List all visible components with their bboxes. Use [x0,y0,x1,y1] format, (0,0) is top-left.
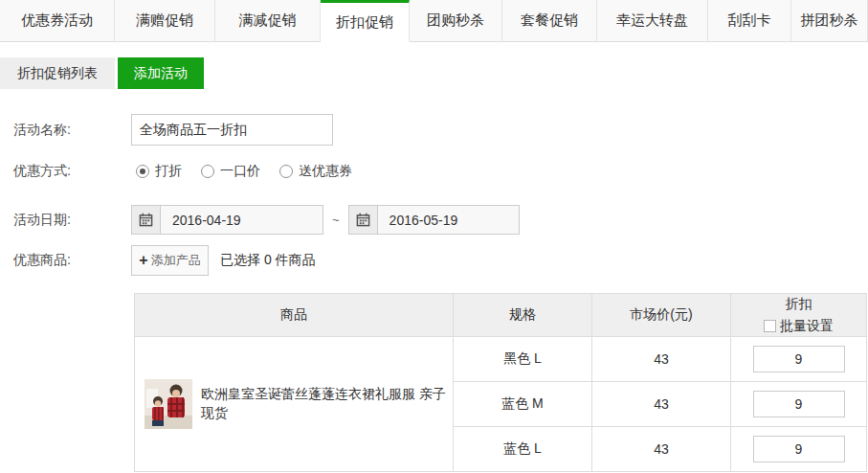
discount-input[interactable] [753,346,845,372]
activity-name-row: 活动名称: [0,114,868,146]
price-cell: 43 [592,382,731,427]
tab-discount-promo[interactable]: 折扣促销 [321,0,410,42]
end-date-value: 2016-05-19 [378,213,458,228]
calendar-icon[interactable] [132,206,161,234]
subtab-add-activity[interactable]: 添加活动 [118,57,204,89]
tab-scratch-card[interactable]: 刮刮卡 [708,0,791,42]
column-header-product: 商品 [135,294,454,337]
activity-date-row: 活动日期: 2016-04-19 ~ [0,205,868,235]
batch-setting-control: 批量设置 [731,318,866,335]
batch-setting-checkbox[interactable] [764,320,776,332]
selected-products-summary: 已选择 0 件商品 [220,252,316,269]
column-header-price: 市场价(元) [592,294,731,337]
product-thumbnail [145,379,192,429]
discount-cell [731,337,867,382]
column-header-spec: 规格 [454,294,592,337]
column-header-discount: 折扣 批量设置 [731,294,867,337]
discount-header-title: 折扣 [731,296,866,313]
discount-cell [731,382,867,427]
discount-method-row: 优惠方式: 打折 一口价 送优惠券 [0,163,868,180]
tab-pintuan-seckill[interactable]: 拼团秒杀 [791,0,868,42]
discount-cell [731,427,867,472]
price-cell: 43 [592,337,731,382]
tab-group-buy-seckill[interactable]: 团购秒杀 [410,0,502,42]
radio-option-songyouhuiquan[interactable]: 送优惠券 [279,163,352,180]
price-cell: 43 [592,427,731,472]
add-activity-form: 活动名称: 优惠方式: 打折 一口价 送优惠券 活动日期: [0,114,868,276]
subtab-discount-promo-list[interactable]: 折扣促销列表 [0,57,115,89]
discount-method-label: 优惠方式: [13,163,131,180]
tab-coupon-activity[interactable]: 优惠券活动 [0,0,115,42]
discount-method-radio-group: 打折 一口价 送优惠券 [131,163,352,180]
radio-option-label: 打折 [155,163,182,180]
promo-products-label: 优惠商品: [13,252,131,269]
discount-subtabs: 折扣促销列表 添加活动 [0,57,868,89]
plus-icon: + [139,253,147,268]
table-row: 欧洲皇室圣诞蕾丝蓬蓬连衣裙礼服服 亲子现货 黑色 L 43 [135,337,867,382]
radio-button-icon[interactable] [201,165,214,178]
radio-button-checked-icon[interactable] [136,165,149,178]
tab-full-gift-promo[interactable]: 满赠促销 [115,0,215,42]
start-date-picker[interactable]: 2016-04-19 [131,205,323,235]
tab-package-promo[interactable]: 套餐促销 [502,0,597,42]
promo-products-row: 优惠商品: + 添加产品 已选择 0 件商品 [0,245,868,276]
radio-option-label: 一口价 [220,163,260,180]
activity-name-input[interactable] [131,114,333,146]
start-date-value: 2016-04-19 [161,213,241,228]
table-header-row: 商品 规格 市场价(元) 折扣 批量设置 [135,294,867,337]
product-name: 欧洲皇室圣诞蕾丝蓬蓬连衣裙礼服服 亲子现货 [201,385,453,422]
activity-date-label: 活动日期: [13,212,131,229]
date-range-separator: ~ [332,213,340,227]
radio-option-yikoujia[interactable]: 一口价 [201,163,260,180]
radio-option-dazhe[interactable]: 打折 [136,163,182,180]
tab-full-reduction-promo[interactable]: 满减促销 [215,0,321,42]
spec-cell: 黑色 L [454,337,592,382]
radio-option-label: 送优惠券 [299,163,352,180]
spec-cell: 蓝色 M [454,382,592,427]
radio-button-icon[interactable] [279,165,293,178]
product-cell: 欧洲皇室圣诞蕾丝蓬蓬连衣裙礼服服 亲子现货 [135,337,454,472]
promotion-tabbar: 优惠券活动 满赠促销 满减促销 折扣促销 团购秒杀 套餐促销 幸运大转盘 刮刮卡… [0,0,868,42]
discount-input[interactable] [753,436,845,462]
discount-input[interactable] [753,391,845,417]
add-product-button-label: 添加产品 [151,252,201,269]
batch-setting-label: 批量设置 [780,318,834,335]
spec-cell: 蓝色 L [454,427,592,472]
tab-lucky-wheel[interactable]: 幸运大转盘 [597,0,708,42]
end-date-picker[interactable]: 2016-05-19 [348,205,520,235]
activity-name-label: 活动名称: [13,122,131,139]
add-product-button[interactable]: + 添加产品 [131,245,209,276]
promo-products-table: 商品 规格 市场价(元) 折扣 批量设置 [134,293,867,472]
calendar-icon[interactable] [349,206,378,234]
